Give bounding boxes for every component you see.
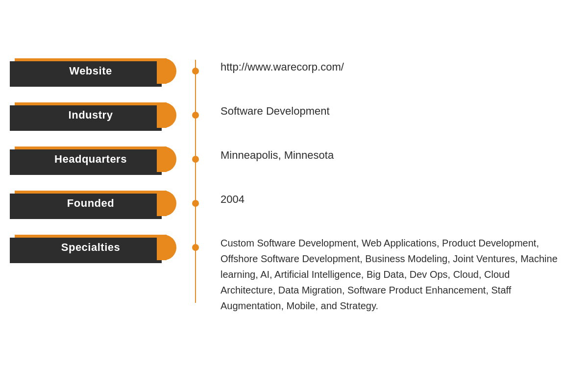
founded-value: 2004 [220, 191, 245, 207]
specialties-dot [192, 244, 199, 251]
website-value-row: http://www.warecorp.com/ [220, 49, 559, 93]
website-badge: Website [15, 58, 167, 84]
headquarters-label: Headquarters [54, 153, 127, 166]
website-dot [192, 68, 199, 74]
headquarters-badge: Headquarters [15, 147, 167, 172]
website-label-row: Website [15, 49, 196, 93]
specialties-value: Custom Software Development, Web Applica… [220, 235, 559, 314]
main-container: Website Industry Headquarters Founded [0, 0, 588, 343]
headquarters-dot [192, 156, 199, 163]
specialties-value-row: Custom Software Development, Web Applica… [220, 225, 559, 314]
headquarters-value: Minneapolis, Minnesota [220, 147, 334, 163]
headquarters-value-row: Minneapolis, Minnesota [220, 137, 559, 181]
founded-badge: Founded [15, 191, 167, 216]
specialties-label-row: Specialties [15, 225, 196, 270]
industry-value: Software Development [220, 103, 330, 119]
website-value: http://www.warecorp.com/ [220, 59, 344, 75]
industry-badge: Industry [15, 102, 167, 128]
website-label: Website [69, 65, 112, 77]
specialties-label: Specialties [61, 241, 120, 254]
industry-value-row: Software Development [220, 93, 559, 137]
values-column: http://www.warecorp.com/ Software Develo… [196, 49, 559, 314]
industry-label: Industry [69, 109, 113, 122]
industry-dot [192, 112, 199, 119]
founded-value-row: 2004 [220, 181, 559, 225]
headquarters-label-row: Headquarters [15, 137, 196, 181]
founded-label-row: Founded [15, 181, 196, 225]
specialties-badge: Specialties [15, 235, 167, 260]
labels-column: Website Industry Headquarters Founded [15, 49, 196, 314]
industry-label-row: Industry [15, 93, 196, 137]
founded-label: Founded [67, 197, 114, 210]
founded-dot [192, 200, 199, 207]
